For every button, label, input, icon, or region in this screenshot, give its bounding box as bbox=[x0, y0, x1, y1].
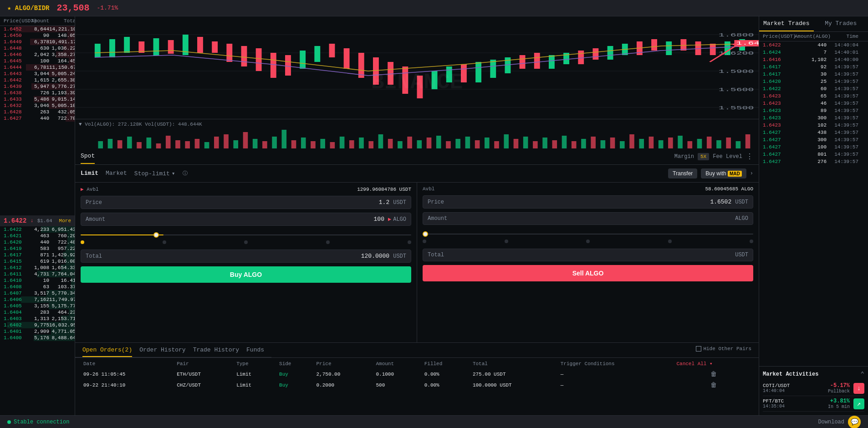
order-cancel[interactable]: 🗑 bbox=[673, 369, 754, 379]
svg-rect-117 bbox=[668, 138, 673, 148]
ob-bid-row[interactable]: 1.6420 440 722.480 bbox=[0, 239, 75, 245]
tab-order-history[interactable]: Order History bbox=[139, 346, 185, 357]
buy-button[interactable]: Buy ALGO bbox=[81, 266, 411, 283]
buy-avbl-row: ▶ Avbl 1299.96084786 USDT bbox=[81, 186, 411, 192]
tab-market-trades[interactable]: Market Trades bbox=[759, 16, 814, 31]
svg-rect-97 bbox=[475, 140, 480, 148]
tab-my-trades[interactable]: My Trades bbox=[814, 16, 868, 31]
ob-bid-row[interactable]: 1.6406 7,162 11,749.977 bbox=[0, 296, 75, 303]
ob-ask-row[interactable]: 1.6427 440 722.788 bbox=[0, 115, 75, 122]
svg-rect-40 bbox=[608, 46, 613, 60]
connection-status: Stable connection bbox=[14, 419, 69, 425]
buy-with-button[interactable]: Buy with MAD bbox=[701, 168, 746, 178]
svg-rect-99 bbox=[494, 141, 499, 148]
chat-icon[interactable]: 💬 bbox=[848, 416, 861, 428]
ob-bid-row[interactable]: 1.6422 4,233 6,951.433 bbox=[0, 226, 75, 233]
svg-rect-18 bbox=[285, 55, 291, 76]
ob-ask-row[interactable]: 1.6452 8,644 14,221.109 bbox=[0, 26, 75, 32]
buy-slider[interactable] bbox=[81, 229, 411, 246]
ob-bid-row[interactable]: 1.6401 2,909 4,771.051 bbox=[0, 328, 75, 335]
svg-rect-95 bbox=[455, 139, 460, 148]
chart-watermark: BINANCE bbox=[371, 70, 463, 95]
svg-rect-19 bbox=[300, 51, 306, 69]
market-trades-list: 1.6422 440 14:40:04 1.6424 7 14:40:01 1.… bbox=[759, 41, 868, 366]
svg-rect-31 bbox=[475, 62, 481, 82]
market-trade-row: 1.6423 46 14:39:57 bbox=[759, 100, 868, 107]
tab-spot[interactable]: Spot bbox=[81, 149, 95, 164]
svg-rect-98 bbox=[485, 138, 490, 148]
ob-ask-row[interactable]: 1.6438 726 1,193.399 bbox=[0, 90, 75, 96]
download-link[interactable]: Download bbox=[818, 419, 844, 425]
svg-rect-70 bbox=[214, 137, 219, 148]
ob-bid-row[interactable]: 1.6404 283 464.233 bbox=[0, 309, 75, 316]
more-options-icon[interactable]: ⋮ bbox=[746, 152, 753, 161]
ma-collapse-icon[interactable]: ⌃ bbox=[861, 370, 864, 378]
ob-ask-row[interactable]: 1.6439 5,947 9,776.273 bbox=[0, 83, 75, 90]
order-type-stop-limit[interactable]: Stop-limit ▾ bbox=[134, 170, 175, 177]
ob-bid-row[interactable]: 1.6412 1,008 1,654.330 bbox=[0, 265, 75, 271]
ob-bid-row[interactable]: 1.6411 4,731 7,764.044 bbox=[0, 271, 75, 277]
ob-bid-row[interactable]: 1.6415 619 1,016.088 bbox=[0, 258, 75, 265]
svg-rect-69 bbox=[204, 142, 209, 148]
svg-rect-47 bbox=[710, 44, 716, 55]
col-trigger: Trigger Conditions bbox=[557, 359, 672, 368]
ob-bid-row[interactable]: 1.6408 63 103.370 bbox=[0, 284, 75, 290]
market-trade-row: 1.6427 100 14:39:57 bbox=[759, 143, 868, 151]
ob-bid-row[interactable]: 1.6403 1,313 2,153.714 bbox=[0, 316, 75, 322]
market-activity-item[interactable]: COTI/USDT 14:40:04 -5.17% Pullback ↓ bbox=[763, 381, 864, 396]
ob-ask-row[interactable]: 1.6450 90 148.050 bbox=[0, 32, 75, 39]
svg-rect-124 bbox=[736, 141, 741, 148]
ob-bid-row[interactable]: 1.6410 10 16.410 bbox=[0, 277, 75, 284]
buy-price-input[interactable]: Price 1.2 USDT bbox=[81, 196, 411, 209]
ob-bid-row[interactable]: 1.6405 3,155 5,175.777 bbox=[0, 303, 75, 309]
tab-funds[interactable]: Funds bbox=[246, 346, 264, 357]
ob-ask-row[interactable]: 1.6443 3,044 5,005.249 bbox=[0, 71, 75, 77]
buy-amount-label: Amount bbox=[86, 216, 374, 223]
order-type-limit[interactable]: Limit bbox=[81, 170, 98, 177]
more-link[interactable]: More bbox=[59, 218, 71, 224]
order-date: 09-22 21:40:10 bbox=[80, 380, 172, 390]
right-options-chevron[interactable]: › bbox=[750, 170, 753, 177]
order-type-info-icon[interactable]: ⓘ bbox=[183, 170, 188, 177]
svg-rect-94 bbox=[446, 141, 451, 148]
orders-tabs: Open Orders(2) Order History Trade Histo… bbox=[75, 343, 271, 357]
svg-rect-82 bbox=[330, 142, 335, 148]
sell-price-input[interactable]: Price 1.6502 USDT bbox=[423, 195, 753, 209]
ob-bid-row[interactable]: 1.6400 5,176 8,488.640 bbox=[0, 335, 75, 341]
ob-bid-row[interactable]: 1.6402 9,775 16,032.955 bbox=[0, 322, 75, 328]
sell-slider[interactable] bbox=[423, 229, 753, 245]
ob-ask-row[interactable]: 1.6432 3,046 5,005.107 bbox=[0, 102, 75, 109]
sell-button[interactable]: Sell ALGO bbox=[423, 265, 753, 281]
buy-amount-value[interactable]: 100 bbox=[374, 216, 384, 223]
ob-ask-row[interactable]: 1.6445 100 164.450 bbox=[0, 58, 75, 64]
ob-ask-row[interactable]: 1.6446 2,042 3,358.273 bbox=[0, 51, 75, 58]
market-activity-item[interactable]: PFT/BTC 14:35:04 +3.81% In 5 min ↗ bbox=[763, 396, 864, 412]
transfer-button[interactable]: Transfer bbox=[668, 168, 697, 178]
sell-price-value[interactable]: 1.6502 bbox=[710, 199, 731, 205]
order-cancel[interactable]: 🗑 bbox=[673, 380, 754, 390]
ob-ask-row[interactable]: 1.6448 630 1,036.224 bbox=[0, 45, 75, 51]
ob-bid-row[interactable]: 1.6419 583 957.228 bbox=[0, 245, 75, 252]
sell-amount-input[interactable]: Amount ALGO bbox=[423, 212, 753, 225]
svg-rect-64 bbox=[156, 143, 161, 148]
ob-ask-row[interactable]: 1.6442 1,615 2,655.383 bbox=[0, 77, 75, 83]
top-header: ★ ALGO/BIDR 23,508 -1.71% bbox=[0, 0, 868, 16]
hide-other-checkbox[interactable] bbox=[696, 346, 701, 352]
tab-trade-history[interactable]: Trade History bbox=[193, 346, 239, 357]
fee-level[interactable]: Fee Level bbox=[713, 153, 742, 160]
buy-amount-input[interactable]: Amount 100 ▶ALGO bbox=[81, 213, 411, 226]
ob-bid-row[interactable]: 1.6407 3,517 5,770.342 bbox=[0, 290, 75, 296]
margin-badge[interactable]: 5X bbox=[698, 153, 709, 160]
ob-ask-row[interactable]: 1.6449 6,378 10,491.172 bbox=[0, 39, 75, 45]
ob-bid-row[interactable]: 1.6421 463 760.292 bbox=[0, 233, 75, 239]
pair-name[interactable]: ★ ALGO/BIDR bbox=[7, 4, 49, 12]
ob-ask-row[interactable]: 1.6433 5,486 9,015.144 bbox=[0, 96, 75, 102]
tab-open-orders[interactable]: Open Orders(2) bbox=[82, 346, 132, 357]
ob-ask-row[interactable]: 1.6428 263 432.056 bbox=[0, 109, 75, 115]
order-type-market[interactable]: Market bbox=[106, 170, 127, 177]
ob-bid-row[interactable]: 1.6417 871 1,429.921 bbox=[0, 252, 75, 258]
svg-rect-120 bbox=[697, 139, 702, 148]
ob-ask-row[interactable]: 1.6444 6,781 11,150.676 bbox=[0, 64, 75, 71]
col-cancel[interactable]: Cancel All ▾ bbox=[673, 359, 754, 368]
buy-price-value[interactable]: 1.2 bbox=[379, 199, 389, 206]
